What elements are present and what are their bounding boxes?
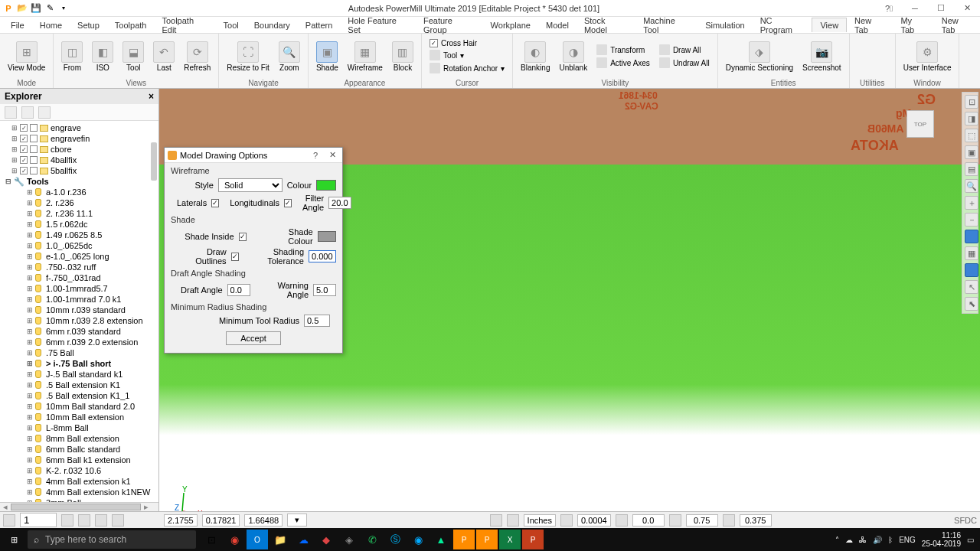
tab-hole-feature-set[interactable]: Hole Feature Set	[340, 14, 416, 37]
tool-item[interactable]: ⊞K-2. r.032 10.6	[0, 465, 158, 476]
tab-simulation[interactable]: Simulation	[697, 18, 752, 32]
tool-item[interactable]: ⊞6mm r.039 2.0 extension	[0, 337, 158, 347]
qat-dropdown-icon[interactable]: ▾	[58, 3, 69, 14]
brush-icon[interactable]: ✎	[44, 3, 55, 14]
explorer-tool-2[interactable]	[21, 106, 34, 119]
status-tool-icon[interactable]	[3, 514, 15, 527]
tool-item[interactable]: ⊞8mm Ball extension	[0, 433, 158, 444]
user-interface-button[interactable]: ⚙User Interface	[900, 40, 955, 73]
style-select[interactable]: Solid	[218, 178, 283, 192]
explorer-hscroll[interactable]: ◂▸	[0, 502, 158, 511]
tab-view[interactable]: View	[812, 18, 847, 32]
refresh-button[interactable]: ⟳Refresh	[181, 40, 214, 73]
tool-item[interactable]: ⊞1.0_.0625dc	[0, 240, 158, 251]
tray-lang[interactable]: ENG	[899, 536, 916, 544]
tool-item[interactable]: ⊞> i-.75 Ball short	[0, 358, 158, 369]
draw-all-button[interactable]: Draw All	[656, 44, 713, 56]
dialog-close-icon[interactable]: ✕	[325, 150, 339, 160]
task-explorer[interactable]: 📁	[270, 530, 291, 549]
resize-button[interactable]: ⛶Resize to Fit	[224, 40, 273, 73]
task-app1[interactable]: ◆	[315, 530, 337, 549]
blanking-button[interactable]: ◐Blanking	[518, 40, 553, 73]
task-powerpoint[interactable]: P	[522, 530, 544, 549]
task-view-icon[interactable]: ⊡	[201, 530, 222, 549]
tab-stock-model[interactable]: Stock Model	[577, 14, 635, 37]
tool-item[interactable]: ⊞1.00-1mmrad 7.0 k1	[0, 294, 158, 305]
tab-new-tab[interactable]: New Tab	[934, 14, 980, 37]
task-app2[interactable]: ◈	[338, 530, 360, 549]
status-cmd-input[interactable]	[20, 513, 57, 527]
task-powermill-2[interactable]: P	[476, 530, 498, 549]
tab-pattern[interactable]: Pattern	[298, 18, 340, 32]
task-teams[interactable]: ☁	[292, 530, 314, 549]
tool-item[interactable]: ⊞J-.5 Ball standard k1	[0, 369, 158, 380]
draft-angle-input[interactable]	[227, 284, 250, 296]
tab-workplane[interactable]: Workplane	[483, 18, 538, 32]
task-chrome[interactable]: ◉	[224, 530, 245, 549]
vp-tool-cursor-icon[interactable]: ↖	[965, 280, 978, 294]
tree-item[interactable]: ⊞✓engravefin	[0, 133, 158, 144]
tool-item[interactable]: ⊞.5 Ball extension K1	[0, 380, 158, 390]
tab-model[interactable]: Model	[538, 18, 577, 32]
tray-net-icon[interactable]: 🖧	[859, 536, 867, 544]
tree-item[interactable]: ⊞✓5ballfix	[0, 165, 158, 176]
wireframe-colour-swatch[interactable]	[316, 180, 336, 191]
explorer-close-icon[interactable]: ×	[149, 91, 154, 102]
tool-item[interactable]: ⊞1.5 r.062dc	[0, 219, 158, 230]
dynamic-sectioning-button[interactable]: ⬗Dynamic Sectioning	[723, 40, 796, 73]
task-skype[interactable]: Ⓢ	[384, 530, 406, 549]
tray-clock[interactable]: 11:1625-04-2019	[922, 531, 961, 548]
vp-tool-cursor2-icon[interactable]: ⬉	[965, 297, 978, 311]
tool-item[interactable]: ⊞.750-.032 ruff	[0, 262, 158, 272]
status-icon-4[interactable]	[95, 514, 107, 527]
unblank-button[interactable]: ◑Unblank	[556, 40, 590, 73]
vp-tool-cube-icon[interactable]: ⬚	[965, 129, 978, 142]
tool-item[interactable]: ⊞1.00-1mmrad5.7	[0, 283, 158, 294]
task-outlook[interactable]: O	[247, 530, 268, 549]
explorer-tree[interactable]: ⊞✓engrave⊞✓engravefin⊞✓cbore⊞✓4ballfix⊞✓…	[0, 121, 158, 502]
vp-tool-zoom-icon[interactable]: 🔍	[965, 179, 978, 193]
tool-item[interactable]: ⊞10mm r.039 standard	[0, 305, 158, 315]
from-button[interactable]: ◫From	[58, 40, 86, 73]
save-icon[interactable]: 💾	[31, 3, 41, 14]
open-icon[interactable]: 📂	[17, 3, 28, 14]
vp-tool-wire-icon[interactable]: ▦	[965, 246, 978, 260]
status-rad-icon[interactable]	[723, 514, 735, 527]
units-label[interactable]: Inches	[524, 514, 556, 527]
tab-machine-tool[interactable]: Machine Tool	[635, 14, 697, 37]
shade-button[interactable]: ▣Shade	[313, 40, 341, 73]
view-cube[interactable]: TOP	[906, 110, 934, 138]
tree-item[interactable]: ⊞✓4ballfix	[0, 155, 158, 165]
status-grid-icon[interactable]	[490, 514, 502, 527]
warning-angle-input[interactable]	[313, 284, 336, 296]
explorer-tool-1[interactable]	[5, 106, 17, 119]
filter-angle-input[interactable]	[328, 197, 351, 209]
tab-tool[interactable]: Tool	[216, 18, 247, 32]
tab-setup[interactable]: Setup	[70, 18, 107, 32]
vp-tool-back-icon[interactable]: ▤	[965, 162, 978, 176]
undraw-all-button[interactable]: Undraw All	[656, 57, 713, 69]
transform-button[interactable]: Transform	[593, 44, 653, 56]
task-app3[interactable]: ◉	[407, 530, 429, 549]
block-button[interactable]: ▥Block	[389, 40, 416, 73]
laterals-checkbox[interactable]: ✓	[211, 199, 219, 207]
tray-bt-icon[interactable]: ᛒ	[888, 536, 893, 544]
tool-item[interactable]: ⊞10mm Ball extension	[0, 412, 158, 422]
status-dd[interactable]: ▾	[287, 514, 307, 527]
tool-view-button[interactable]: ⬓Tool	[119, 40, 147, 73]
tool-item[interactable]: ⊞4mm Ball extension k1	[0, 476, 158, 487]
tray-up-icon[interactable]: ˄	[835, 536, 839, 544]
tray-cloud-icon[interactable]: ☁	[845, 536, 853, 544]
rotation-anchor-button[interactable]: Rotation Anchor ▾	[426, 62, 508, 74]
tool-item[interactable]: ⊞6mm Ball k1 extension	[0, 455, 158, 465]
tab-toolpath[interactable]: Toolpath	[107, 18, 155, 32]
tool-item[interactable]: ⊞a-1.0 r.236	[0, 187, 158, 197]
tool-item[interactable]: ⊞2. r.236 11.1	[0, 208, 158, 219]
tool-item[interactable]: ⊞4mm Ball extension k1NEW	[0, 487, 158, 497]
tool-item[interactable]: ⊞6mm r.039 standard	[0, 326, 158, 337]
draw-outlines-checkbox[interactable]: ✓	[231, 253, 239, 261]
status-spacing-icon[interactable]	[616, 514, 628, 527]
tree-item[interactable]: ⊞✓engrave	[0, 122, 158, 133]
vp-tool-zoomout-icon[interactable]: －	[965, 213, 978, 227]
task-powermill[interactable]: P	[453, 530, 475, 549]
